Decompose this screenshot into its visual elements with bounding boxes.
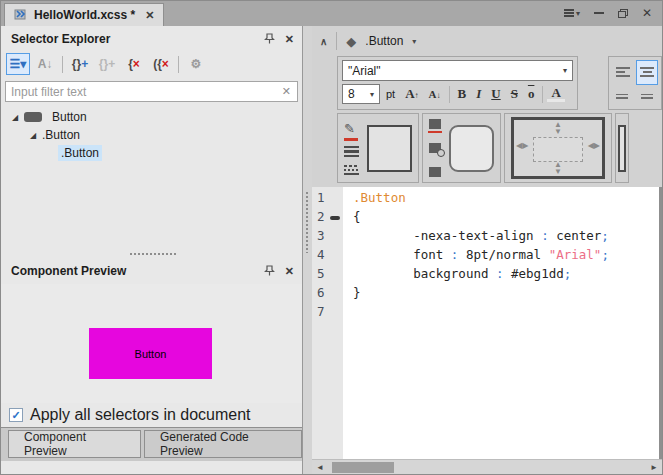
margin-padding-editor[interactable]: ▲▼ ▲▼ ◀▶ ◀▶	[511, 117, 605, 179]
fill-style-icon[interactable]	[429, 167, 441, 177]
close-panel-icon[interactable]: ✕	[285, 265, 294, 278]
preview-button-label: Button	[135, 348, 167, 360]
xcss-file-icon	[14, 8, 28, 23]
remove-all-selectors-icon[interactable]: ({×	[149, 53, 173, 75]
code-line[interactable]: -nexa-text-align : center;	[353, 228, 659, 247]
scroll-right-icon[interactable]: ►	[646, 463, 662, 472]
expander-icon[interactable]: ◢	[9, 113, 21, 122]
selector-explorer-header: Selector Explorer ✕	[1, 26, 302, 52]
restore-icon[interactable]	[618, 9, 628, 18]
sort-alphabetical-icon[interactable]: A↓	[33, 53, 57, 75]
scrollbar-track[interactable]	[328, 462, 646, 473]
document-tab-close-icon[interactable]: ✕	[141, 9, 154, 22]
tab-component-preview[interactable]: Component Preview	[8, 430, 141, 458]
code-line[interactable]: background : #ebg1dd;	[353, 266, 659, 285]
font-color-button[interactable]: A	[547, 86, 564, 102]
expand-selector-list-icon[interactable]: ☰▾	[6, 53, 30, 75]
code-line[interactable]: }	[353, 285, 659, 304]
tree-item-label[interactable]: Button	[49, 109, 90, 125]
close-panel-icon[interactable]: ✕	[285, 33, 294, 46]
selector-explorer-panel: Selector Explorer ✕ ☰▾ A↓ {}+ {}+ {× ({×	[1, 26, 302, 250]
right-spacing-arrows-icon[interactable]: ◀▶	[588, 142, 600, 149]
collapse-ribbon-icon[interactable]: ∧	[320, 36, 327, 47]
border-preview-box[interactable]	[367, 125, 412, 172]
tree-item-dot-button[interactable]: ◢ .Button	[1, 126, 302, 144]
inspect-fill-icon[interactable]	[429, 143, 441, 153]
grow-font-button[interactable]: A↑	[401, 86, 422, 102]
tree-item-label[interactable]: .Button	[39, 127, 83, 143]
left-spacing-arrows-icon[interactable]: ◀▶	[516, 142, 528, 149]
top-spacing-arrows-icon[interactable]: ▲▼	[554, 121, 562, 135]
fold-marker-icon[interactable]	[330, 216, 340, 220]
align-left-icon[interactable]	[612, 60, 634, 85]
corner-radius-preview-box[interactable]	[449, 125, 494, 172]
selector-diamond-icon: ◆	[346, 34, 356, 49]
shrink-font-button[interactable]: A↓	[425, 88, 445, 100]
tab-generated-code-preview[interactable]: Generated Code Preview	[144, 430, 302, 458]
code-line[interactable]	[353, 304, 659, 323]
remove-selector-icon[interactable]: {×	[122, 53, 146, 75]
line-number: 2	[317, 209, 343, 228]
selector-settings-icon[interactable]: ⚙	[184, 53, 208, 75]
code-line[interactable]: .Button	[353, 190, 659, 209]
align-center-icon[interactable]	[636, 60, 658, 85]
line-number: 3	[317, 228, 343, 247]
italic-button[interactable]: I	[472, 86, 485, 102]
chevron-down-icon[interactable]: ▾	[558, 66, 572, 75]
align-justify-left-icon[interactable]	[612, 87, 634, 107]
code-line[interactable]: font : 8pt/normal "Arial";	[353, 247, 659, 266]
selector-dropdown-icon[interactable]: ▾	[412, 37, 416, 46]
horizontal-scrollbar[interactable]: ◄ ►	[312, 459, 662, 474]
border-dash-style-icon[interactable]	[344, 163, 359, 178]
toolbar-separator	[449, 86, 450, 103]
clear-filter-icon[interactable]: ✕	[276, 85, 297, 98]
preview-button[interactable]: Button	[89, 328, 212, 379]
toolbar-separator	[542, 86, 543, 103]
main-area: Selector Explorer ✕ ☰▾ A↓ {}+ {}+ {× ({×	[1, 26, 662, 474]
overline-button[interactable]: o	[524, 86, 539, 102]
separator	[336, 32, 337, 50]
border-width-icon[interactable]	[344, 144, 359, 160]
vertical-splitter[interactable]	[303, 26, 312, 474]
tree-item-button[interactable]: ◢ Button	[1, 108, 302, 126]
current-selector-label[interactable]: .Button	[365, 34, 403, 48]
pin-icon[interactable]	[264, 265, 275, 277]
pin-icon[interactable]	[264, 33, 275, 45]
align-justify-center-icon[interactable]	[636, 87, 658, 107]
strikethrough-button[interactable]: S	[507, 86, 522, 102]
minimize-icon[interactable]	[594, 12, 604, 14]
scroll-left-icon[interactable]: ◄	[312, 463, 328, 472]
edit-border-icon[interactable]: ✎	[344, 119, 359, 141]
tree-item-label[interactable]: .Button	[58, 145, 102, 161]
underline-button[interactable]: U	[487, 86, 504, 102]
tree-item-dot-button-selected[interactable]: .Button	[1, 144, 302, 162]
bold-button[interactable]: B	[454, 86, 471, 102]
font-size-combobox[interactable]: 8 ▾	[342, 84, 380, 104]
expander-icon[interactable]: ◢	[27, 131, 39, 140]
scrollbar-thumb[interactable]	[332, 462, 394, 473]
close-icon[interactable]: ✕	[642, 6, 652, 20]
filter-input[interactable]	[6, 85, 276, 99]
chevron-down-icon[interactable]: ▾	[365, 90, 379, 99]
apply-selectors-checkbox[interactable]: ✓	[9, 408, 23, 422]
apply-selectors-row: ✓ Apply all selectors in document	[1, 403, 302, 427]
window-menu-icon[interactable]: ▾	[564, 8, 580, 19]
code-line[interactable]: {	[353, 209, 659, 228]
fill-color-icon[interactable]	[429, 119, 441, 129]
xcss-code-editor[interactable]: 1234567 .Button{ -nexa-text-align : cent…	[312, 187, 662, 459]
component-preview-canvas: Button	[1, 284, 302, 403]
add-nested-selector-icon[interactable]: {}+	[95, 53, 119, 75]
component-preview-title: Component Preview	[11, 264, 126, 278]
bottom-panel-tabs: Component Preview Generated Code Preview	[1, 427, 302, 461]
font-family-combobox[interactable]: "Arial" ▾	[342, 60, 573, 81]
tab-label: Component Preview	[24, 430, 125, 458]
document-tab-bar: HelloWorld.xcss * ✕ ▾ ✕	[1, 1, 662, 26]
bottom-spacing-arrows-icon[interactable]: ▲▼	[554, 161, 562, 175]
code-lines[interactable]: .Button{ -nexa-text-align : center; font…	[343, 187, 659, 459]
document-tab[interactable]: HelloWorld.xcss * ✕	[4, 3, 164, 26]
add-selector-icon[interactable]: {}+	[68, 53, 92, 75]
horizontal-splitter[interactable]	[1, 250, 302, 258]
button-widget-icon	[24, 112, 42, 122]
component-preview-header: Component Preview ✕	[1, 258, 302, 284]
code-gutter: 1234567	[312, 187, 343, 459]
